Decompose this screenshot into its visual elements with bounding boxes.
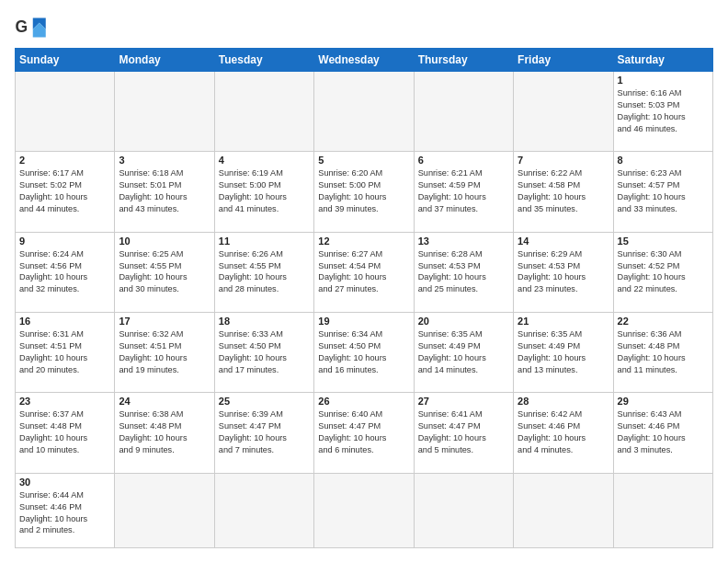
day-number: 24 [119, 396, 210, 407]
calendar-week-row: 30Sunrise: 6:44 AM Sunset: 4:46 PM Dayli… [16, 473, 713, 547]
day-info: Sunrise: 6:36 AM Sunset: 4:48 PM Dayligh… [618, 328, 709, 376]
day-info: Sunrise: 6:38 AM Sunset: 4:48 PM Dayligh… [119, 408, 210, 456]
day-info: Sunrise: 6:25 AM Sunset: 4:55 PM Dayligh… [119, 248, 210, 296]
day-info: Sunrise: 6:31 AM Sunset: 4:51 PM Dayligh… [19, 328, 110, 376]
page-header: G [15, 15, 713, 40]
calendar-day-cell: 1Sunrise: 6:16 AM Sunset: 5:03 PM Daylig… [613, 72, 712, 152]
calendar-day-cell: 29Sunrise: 6:43 AM Sunset: 4:46 PM Dayli… [613, 393, 712, 473]
day-info: Sunrise: 6:19 AM Sunset: 5:00 PM Dayligh… [219, 167, 310, 215]
calendar-day-cell: 30Sunrise: 6:44 AM Sunset: 4:46 PM Dayli… [16, 473, 115, 547]
calendar-day-cell: 12Sunrise: 6:27 AM Sunset: 4:54 PM Dayli… [314, 232, 414, 312]
day-number: 25 [219, 396, 310, 407]
calendar-week-row: 1Sunrise: 6:16 AM Sunset: 5:03 PM Daylig… [16, 72, 713, 152]
day-info: Sunrise: 6:26 AM Sunset: 4:55 PM Dayligh… [219, 248, 310, 296]
day-number: 10 [119, 236, 210, 247]
calendar-day-header: Sunday [16, 49, 115, 72]
calendar-day-cell: 2Sunrise: 6:17 AM Sunset: 5:02 PM Daylig… [16, 152, 115, 232]
day-number: 21 [518, 316, 609, 327]
calendar-day-cell: 20Sunrise: 6:35 AM Sunset: 4:49 PM Dayli… [414, 313, 513, 393]
day-number: 18 [219, 316, 310, 327]
calendar-day-cell: 18Sunrise: 6:33 AM Sunset: 4:50 PM Dayli… [214, 313, 313, 393]
day-info: Sunrise: 6:16 AM Sunset: 5:03 PM Dayligh… [618, 87, 709, 135]
day-info: Sunrise: 6:37 AM Sunset: 4:48 PM Dayligh… [19, 408, 110, 456]
day-info: Sunrise: 6:42 AM Sunset: 4:46 PM Dayligh… [518, 408, 609, 456]
day-number: 26 [318, 396, 409, 407]
day-info: Sunrise: 6:43 AM Sunset: 4:46 PM Dayligh… [618, 408, 709, 456]
calendar-day-cell [214, 72, 313, 152]
calendar-day-cell: 23Sunrise: 6:37 AM Sunset: 4:48 PM Dayli… [16, 393, 115, 473]
calendar-day-cell [214, 473, 313, 547]
calendar-day-cell: 10Sunrise: 6:25 AM Sunset: 4:55 PM Dayli… [115, 232, 214, 312]
calendar-day-cell: 13Sunrise: 6:28 AM Sunset: 4:53 PM Dayli… [414, 232, 513, 312]
day-info: Sunrise: 6:33 AM Sunset: 4:50 PM Dayligh… [219, 328, 310, 376]
logo: G [15, 15, 51, 40]
day-number: 11 [219, 236, 310, 247]
calendar-week-row: 16Sunrise: 6:31 AM Sunset: 4:51 PM Dayli… [16, 313, 713, 393]
calendar-day-cell [115, 72, 214, 152]
day-number: 4 [219, 155, 310, 166]
day-number: 19 [318, 316, 409, 327]
day-number: 7 [518, 155, 609, 166]
day-number: 27 [418, 396, 509, 407]
day-info: Sunrise: 6:40 AM Sunset: 4:47 PM Dayligh… [318, 408, 409, 456]
calendar-week-row: 9Sunrise: 6:24 AM Sunset: 4:56 PM Daylig… [16, 232, 713, 312]
day-number: 6 [418, 155, 509, 166]
day-number: 13 [418, 236, 509, 247]
calendar-day-cell: 11Sunrise: 6:26 AM Sunset: 4:55 PM Dayli… [214, 232, 313, 312]
day-info: Sunrise: 6:27 AM Sunset: 4:54 PM Dayligh… [318, 248, 409, 296]
day-number: 3 [119, 155, 210, 166]
day-info: Sunrise: 6:29 AM Sunset: 4:53 PM Dayligh… [518, 248, 609, 296]
day-info: Sunrise: 6:32 AM Sunset: 4:51 PM Dayligh… [119, 328, 210, 376]
calendar-day-header: Friday [514, 49, 613, 72]
day-number: 5 [318, 155, 409, 166]
calendar-day-header: Wednesday [314, 49, 414, 72]
day-info: Sunrise: 6:24 AM Sunset: 4:56 PM Dayligh… [19, 248, 110, 296]
calendar-day-cell [414, 473, 513, 547]
calendar-day-cell: 16Sunrise: 6:31 AM Sunset: 4:51 PM Dayli… [16, 313, 115, 393]
calendar-day-cell: 14Sunrise: 6:29 AM Sunset: 4:53 PM Dayli… [514, 232, 613, 312]
calendar-day-cell: 24Sunrise: 6:38 AM Sunset: 4:48 PM Dayli… [115, 393, 214, 473]
calendar-day-cell [514, 72, 613, 152]
day-number: 20 [418, 316, 509, 327]
calendar-day-cell: 26Sunrise: 6:40 AM Sunset: 4:47 PM Dayli… [314, 393, 414, 473]
calendar-day-cell: 22Sunrise: 6:36 AM Sunset: 4:48 PM Dayli… [613, 313, 712, 393]
calendar-header-row: SundayMondayTuesdayWednesdayThursdayFrid… [16, 49, 713, 72]
calendar-day-cell [414, 72, 513, 152]
day-info: Sunrise: 6:35 AM Sunset: 4:49 PM Dayligh… [518, 328, 609, 376]
calendar-day-cell: 19Sunrise: 6:34 AM Sunset: 4:50 PM Dayli… [314, 313, 414, 393]
calendar-day-cell: 7Sunrise: 6:22 AM Sunset: 4:58 PM Daylig… [514, 152, 613, 232]
day-info: Sunrise: 6:22 AM Sunset: 4:58 PM Dayligh… [518, 167, 609, 215]
day-info: Sunrise: 6:21 AM Sunset: 4:59 PM Dayligh… [418, 167, 509, 215]
calendar-day-cell [514, 473, 613, 547]
calendar-day-cell: 21Sunrise: 6:35 AM Sunset: 4:49 PM Dayli… [514, 313, 613, 393]
calendar-day-cell: 15Sunrise: 6:30 AM Sunset: 4:52 PM Dayli… [613, 232, 712, 312]
day-info: Sunrise: 6:34 AM Sunset: 4:50 PM Dayligh… [318, 328, 409, 376]
day-number: 29 [618, 396, 709, 407]
day-number: 16 [19, 316, 110, 327]
day-info: Sunrise: 6:23 AM Sunset: 4:57 PM Dayligh… [618, 167, 709, 215]
svg-text:G: G [16, 17, 28, 36]
day-number: 15 [618, 236, 709, 247]
day-number: 14 [518, 236, 609, 247]
day-number: 17 [119, 316, 210, 327]
day-number: 9 [19, 236, 110, 247]
calendar-day-cell: 25Sunrise: 6:39 AM Sunset: 4:47 PM Dayli… [214, 393, 313, 473]
day-number: 1 [618, 75, 709, 86]
calendar-day-cell: 9Sunrise: 6:24 AM Sunset: 4:56 PM Daylig… [16, 232, 115, 312]
day-number: 30 [19, 477, 110, 488]
calendar-day-header: Monday [115, 49, 214, 72]
logo-icon: G [15, 15, 48, 40]
day-info: Sunrise: 6:20 AM Sunset: 5:00 PM Dayligh… [318, 167, 409, 215]
calendar-day-cell: 28Sunrise: 6:42 AM Sunset: 4:46 PM Dayli… [514, 393, 613, 473]
day-info: Sunrise: 6:39 AM Sunset: 4:47 PM Dayligh… [219, 408, 310, 456]
calendar-day-cell: 4Sunrise: 6:19 AM Sunset: 5:00 PM Daylig… [214, 152, 313, 232]
calendar-day-header: Tuesday [214, 49, 313, 72]
day-info: Sunrise: 6:44 AM Sunset: 4:46 PM Dayligh… [19, 489, 110, 537]
day-number: 2 [19, 155, 110, 166]
day-number: 22 [618, 316, 709, 327]
calendar-day-cell: 3Sunrise: 6:18 AM Sunset: 5:01 PM Daylig… [115, 152, 214, 232]
calendar-day-cell: 27Sunrise: 6:41 AM Sunset: 4:47 PM Dayli… [414, 393, 513, 473]
calendar-day-cell [314, 473, 414, 547]
calendar-day-header: Thursday [414, 49, 513, 72]
calendar-day-header: Saturday [613, 49, 712, 72]
